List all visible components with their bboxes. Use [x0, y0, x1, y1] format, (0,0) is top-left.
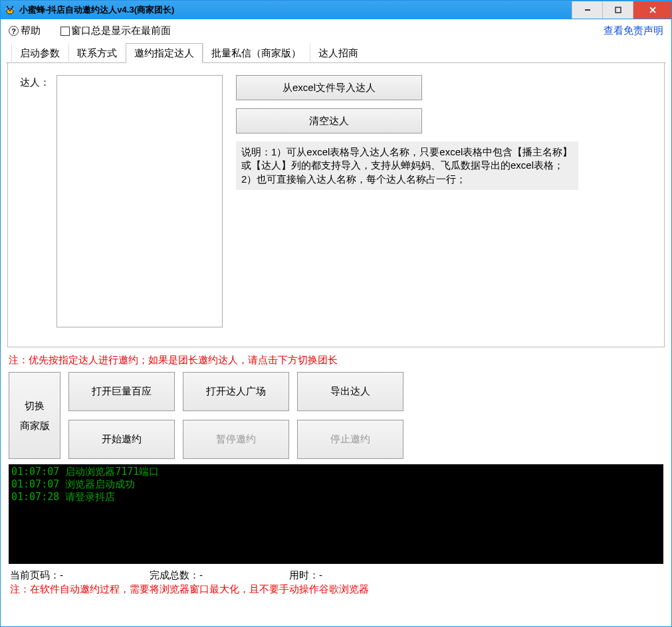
app-icon: [5, 5, 15, 15]
tab-panel: 达人： 从excel文件导入达人 清空达人 说明：1）可从excel表格导入达人…: [7, 63, 665, 347]
maximize-button[interactable]: [602, 1, 633, 19]
tab-batch-dm[interactable]: 批量私信（商家版）: [203, 43, 310, 63]
svg-point-2: [12, 6, 13, 7]
checkbox-label: 窗口总是显示在最前面: [71, 25, 171, 37]
note-bottom: 注：在软件自动邀约过程，需要将浏览器窗口最大化，且不要手动操作谷歌浏览器: [6, 582, 666, 600]
status-page: 当前页码：-: [10, 569, 116, 582]
svg-rect-4: [616, 7, 621, 13]
status-time: 用时：-: [289, 569, 395, 582]
stop-invite-button[interactable]: 停止邀约: [297, 420, 403, 459]
top-toolbar: ? 帮助 窗口总是显示在最前面 查看免责声明: [6, 22, 666, 40]
start-invite-button[interactable]: 开始邀约: [68, 420, 175, 459]
export-daren-button[interactable]: 导出达人: [297, 372, 403, 411]
tab-invite-daren[interactable]: 邀约指定达人: [126, 43, 203, 63]
checkbox-box: [60, 27, 70, 36]
always-on-top-checkbox[interactable]: 窗口总是显示在最前面: [60, 25, 171, 37]
log-console[interactable]: 01:07:07 启动浏览器7171端口 01:07:07 浏览器启动成功 01…: [9, 464, 663, 564]
daren-textarea[interactable]: [56, 75, 223, 327]
help-icon: ?: [9, 26, 19, 36]
switch-merchant-button[interactable]: 切换 商家版: [9, 372, 60, 459]
close-button[interactable]: [633, 1, 671, 19]
daren-label: 达人：: [20, 75, 50, 335]
tab-bar: 启动参数 联系方式 邀约指定达人 批量私信（商家版） 达人招商: [6, 43, 666, 63]
open-square-button[interactable]: 打开达人广场: [183, 372, 289, 411]
minimize-button[interactable]: [572, 1, 602, 19]
content-area: ? 帮助 窗口总是显示在最前面 查看免责声明 启动参数 联系方式 邀约指定达人 …: [1, 19, 671, 626]
disclaimer-link[interactable]: 查看免责声明: [604, 25, 663, 37]
switch-line1: 切换: [25, 396, 45, 416]
tab-startup-params[interactable]: 启动参数: [11, 43, 68, 63]
titlebar[interactable]: 小蜜蜂-抖店自动邀约达人v4.3(商家团长): [1, 1, 671, 19]
note-priority: 注：优先按指定达人进行邀约；如果是团长邀约达人，请点击下方切换团长: [6, 347, 666, 372]
app-window: 小蜜蜂-抖店自动邀约达人v4.3(商家团长) ? 帮助 窗口总是显示在最前面 查…: [0, 0, 672, 627]
switch-line2: 商家版: [20, 416, 50, 436]
pause-invite-button[interactable]: 暂停邀约: [183, 420, 289, 459]
svg-point-1: [7, 6, 8, 7]
action-button-grid: 切换 商家版 打开巨量百应 开始邀约 打开达人广场 暂停邀约 导出达人 停止邀约: [6, 372, 666, 459]
daren-actions-section: 从excel文件导入达人 清空达人 说明：1）可从excel表格导入达人名称，只…: [236, 75, 582, 335]
help-label: 帮助: [21, 25, 41, 37]
description-text: 说明：1）可从excel表格导入达人名称，只要excel表格中包含【播主名称】或…: [236, 141, 578, 190]
window-title: 小蜜蜂-抖店自动邀约达人v4.3(商家团长): [19, 4, 174, 16]
status-done: 完成总数：-: [150, 569, 256, 582]
help-link[interactable]: ? 帮助: [9, 25, 41, 37]
import-excel-button[interactable]: 从excel文件导入达人: [236, 75, 422, 100]
clear-daren-button[interactable]: 清空达人: [236, 108, 422, 134]
tab-contact[interactable]: 联系方式: [68, 43, 126, 63]
status-bar: 当前页码：- 完成总数：- 用时：-: [6, 567, 666, 582]
daren-input-section: 达人：: [20, 75, 223, 335]
open-juliang-button[interactable]: 打开巨量百应: [68, 372, 175, 411]
tab-daren-recruit[interactable]: 达人招商: [310, 43, 367, 63]
